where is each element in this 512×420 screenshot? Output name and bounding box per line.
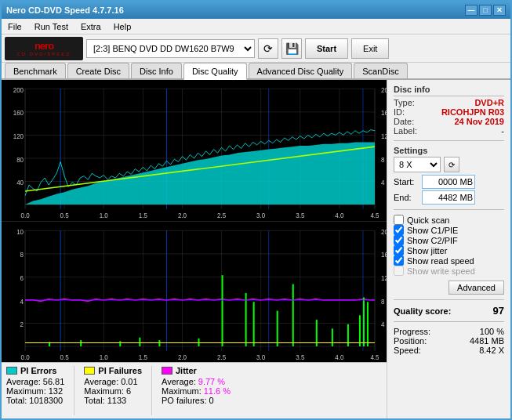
svg-text:3.5: 3.5	[296, 212, 304, 220]
svg-text:10: 10	[16, 227, 24, 236]
svg-rect-98	[367, 302, 369, 346]
title-bar-buttons: — □ ✕	[465, 5, 506, 16]
speed-selector[interactable]: 8 X	[394, 157, 441, 172]
progress-value: 100 %	[480, 327, 504, 336]
left-content: 200 160 120 80 40 20 16 12 8 4	[2, 80, 387, 418]
show-c2-pif-checkbox[interactable]	[394, 235, 404, 245]
advanced-button[interactable]: Advanced	[448, 281, 504, 295]
jitter-avg-label: Average:	[162, 377, 196, 386]
minimize-button[interactable]: —	[465, 5, 478, 16]
tab-disc-quality[interactable]: Disc Quality	[183, 63, 247, 80]
po-failures-label: PO failures:	[162, 396, 206, 405]
svg-text:1.5: 1.5	[139, 212, 147, 220]
pi-errors-max-value: 132	[49, 386, 63, 396]
svg-rect-94	[332, 328, 333, 346]
tab-scandisc[interactable]: ScanDisc	[354, 63, 407, 78]
jitter-avg-row: Average: 9.77 %	[162, 377, 231, 386]
menu-run-test[interactable]: Run Test	[31, 20, 71, 33]
svg-rect-89	[245, 292, 247, 346]
svg-rect-92	[292, 284, 294, 346]
speed-refresh-button[interactable]: ⟳	[444, 157, 459, 172]
show-c1-pie-checkbox[interactable]	[394, 225, 404, 235]
pi-errors-title: PI Errors	[20, 366, 56, 375]
pi-failures-max-value: 6	[126, 386, 131, 396]
tab-benchmark[interactable]: Benchmark	[5, 63, 66, 78]
disc-id-row: ID: RICOHJPN R03	[394, 107, 504, 117]
right-panel: Disc info Type: DVD+R ID: RICOHJPN R03 D…	[387, 80, 510, 418]
svg-text:2: 2	[20, 320, 24, 328]
disc-label-label: Label:	[394, 126, 417, 136]
save-icon-button[interactable]: 💾	[281, 38, 302, 59]
jitter-max-value: 11.6 %	[204, 386, 231, 396]
window-title: Nero CD-DVD Speed 4.7.7.16	[6, 5, 124, 15]
svg-text:3.5: 3.5	[296, 353, 304, 361]
close-button[interactable]: ✕	[493, 5, 506, 16]
quality-score-label: Quality score:	[394, 306, 451, 316]
menu-file[interactable]: File	[5, 20, 25, 33]
show-c1-pie-label: Show C1/PIE	[407, 226, 458, 235]
end-mb-input[interactable]	[422, 190, 475, 205]
show-jitter-checkbox[interactable]	[394, 245, 404, 255]
title-bar: Nero CD-DVD Speed 4.7.7.16 — □ ✕	[2, 2, 510, 19]
quick-scan-label: Quick scan	[407, 215, 449, 225]
jitter-max-row: Maximum: 11.6 %	[162, 386, 231, 396]
top-chart: 200 160 120 80 40 20 16 12 8 4	[2, 80, 387, 222]
svg-text:120: 120	[13, 132, 24, 140]
svg-text:6: 6	[20, 273, 24, 282]
menu-help[interactable]: Help	[111, 20, 135, 33]
show-read-speed-checkbox[interactable]	[394, 255, 404, 266]
jitter-avg-value: 9.77 %	[198, 377, 225, 386]
svg-text:1.0: 1.0	[100, 212, 108, 220]
tab-advanced-disc-quality[interactable]: Advanced Disc Quality	[249, 63, 353, 78]
menu-bar: File Run Test Extra Help	[2, 19, 510, 34]
po-failures-value: 0	[209, 396, 213, 405]
svg-text:1.5: 1.5	[139, 353, 147, 361]
svg-text:4.0: 4.0	[335, 353, 343, 361]
toolbar: nero CD·DVD/SPEED [2:3] BENQ DVD DD DW16…	[2, 34, 510, 63]
refresh-icon-button[interactable]: ⟳	[258, 38, 278, 59]
svg-text:3.0: 3.0	[256, 212, 265, 220]
quality-score-row: Quality score: 97	[394, 305, 504, 317]
tab-create-disc[interactable]: Create Disc	[67, 63, 129, 78]
speed-label: Speed:	[394, 346, 421, 355]
show-read-speed-label: Show read speed	[407, 256, 474, 266]
disc-id-value: RICOHJPN R03	[441, 107, 504, 117]
tab-disc-info[interactable]: Disc Info	[131, 63, 182, 78]
drive-selector[interactable]: [2:3] BENQ DVD DD DW1620 B7W9	[86, 39, 255, 58]
exit-button[interactable]: Exit	[351, 38, 389, 59]
disc-label-row: Label: -	[394, 126, 504, 136]
end-label: End:	[394, 193, 419, 202]
svg-rect-85	[139, 337, 140, 346]
disc-id-label: ID:	[394, 107, 405, 117]
show-write-speed-row: Show write speed	[394, 266, 504, 276]
content-row: 200 160 120 80 40 20 16 12 8 4	[2, 80, 510, 418]
disc-type-value: DVD+R	[474, 98, 504, 107]
body-area: File Run Test Extra Help nero CD·DVD/SPE…	[2, 19, 510, 418]
jitter-legend	[162, 367, 172, 375]
show-write-speed-label: Show write speed	[407, 266, 475, 276]
pi-failures-max-label: Maximum:	[84, 386, 124, 396]
speed-value: 8.42 X	[479, 346, 504, 355]
start-mb-input[interactable]	[422, 175, 475, 189]
svg-rect-97	[363, 297, 365, 346]
svg-text:8: 8	[20, 250, 24, 259]
disc-date-value: 24 Nov 2019	[454, 117, 504, 126]
menu-extra[interactable]: Extra	[78, 20, 104, 33]
start-button[interactable]: Start	[305, 38, 348, 59]
position-row: Position: 4481 MB	[394, 336, 504, 346]
svg-text:0.0: 0.0	[20, 353, 29, 361]
quality-score-value: 97	[493, 305, 504, 317]
disc-info-section: Disc info Type: DVD+R ID: RICOHJPN R03 D…	[394, 85, 504, 136]
disc-date-row: Date: 24 Nov 2019	[394, 117, 504, 126]
pi-failures-avg-value: 0.01	[121, 377, 137, 386]
maximize-button[interactable]: □	[479, 5, 492, 16]
pi-errors-avg-label: Average:	[6, 377, 41, 386]
svg-text:8: 8	[381, 297, 385, 306]
speed-row: Speed: 8.42 X	[394, 346, 504, 355]
disc-date-label: Date:	[394, 117, 414, 126]
svg-rect-84	[119, 341, 121, 346]
pi-failures-legend	[84, 367, 95, 375]
show-write-speed-checkbox	[394, 266, 404, 276]
quick-scan-checkbox[interactable]	[394, 215, 404, 225]
settings-title: Settings	[394, 146, 504, 155]
